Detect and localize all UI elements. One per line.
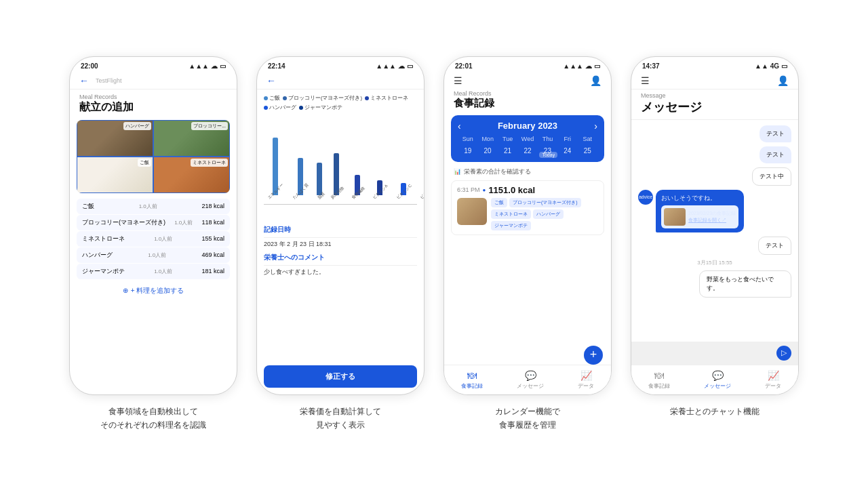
nav-item-data-4[interactable]: 📈 データ xyxy=(765,370,781,390)
message-item: テスト xyxy=(760,125,791,142)
bar-group: ビタミンD xyxy=(416,187,424,203)
item-kcal: 469 kcal xyxy=(201,251,224,258)
status-icons-3: ▲▲▲ ☁ ▭ xyxy=(563,62,600,70)
food-tag: ブロッコリー(マヨネーズ付き) xyxy=(509,198,581,207)
s1-header: Meal Records 献立の追加 xyxy=(70,89,237,117)
legend-item: ジャーマンポテ xyxy=(299,104,342,111)
cal-day[interactable]: 21 xyxy=(498,145,517,157)
item-kcal: 155 kcal xyxy=(201,235,224,242)
date-divider: 3月15日 15:55 xyxy=(638,259,791,266)
cal-day[interactable]: 25 xyxy=(578,145,597,157)
next-month-button[interactable]: › xyxy=(594,121,597,131)
nav-item-meal-4[interactable]: 🍽 食事記録 xyxy=(648,370,670,390)
food-label-broccoli: ブロッコリー... xyxy=(191,122,228,130)
user-icon-4[interactable]: 👤 xyxy=(777,75,789,86)
nutritionist-label: 栄養士へのコメント xyxy=(264,253,417,266)
message-input-area: ▷ xyxy=(631,342,798,365)
day-header: Mon xyxy=(477,136,497,142)
cal-day[interactable]: 20 xyxy=(477,145,497,157)
entry-header: 6:31 PM ● 1151.0 kcal xyxy=(457,185,598,195)
s3-header: Meal Records 食事記録 xyxy=(444,89,611,113)
phone-wrapper-4: 14:37 ▲▲ 4G ▭ ☰ 👤 Message メッセージ テスト xyxy=(631,56,799,418)
nav-item-message[interactable]: 💬 メッセージ xyxy=(517,370,544,390)
battery-icon: ▭ xyxy=(220,62,226,70)
legend-item: ブロッコリー(マヨネーズ付き) xyxy=(283,95,362,102)
nav-item-label: メッセージ xyxy=(517,382,544,390)
s4-header: Message メッセージ xyxy=(631,89,798,120)
user-icon[interactable]: 👤 xyxy=(590,75,601,86)
menu-icon-4[interactable]: ☰ xyxy=(641,75,650,86)
wifi-icon: ☁ xyxy=(211,62,218,70)
calendar: ‹ February 2023 › Sun Mon Tue Wed Thu Fr… xyxy=(451,115,604,162)
item-kcal: 218 kcal xyxy=(201,203,224,209)
s1-nav: ← TestFlight xyxy=(70,73,237,89)
cal-day[interactable]: 24 xyxy=(557,145,577,157)
message-nav-icon-4: 💬 xyxy=(712,370,724,381)
legend-dot xyxy=(264,106,268,110)
nav-label-1: TestFlight xyxy=(96,77,122,84)
section-label-4: Message xyxy=(641,92,789,99)
list-item: ハンバーグ 1.0人前 469 kcal xyxy=(77,247,230,263)
add-dish-button[interactable]: ⊕ + 料理を追加する xyxy=(77,286,230,296)
day-header: Fri xyxy=(557,136,577,142)
message-card[interactable]: 2023/02/23の食事記録 食事記録を開く↗ xyxy=(661,205,738,228)
bullet: ● xyxy=(483,187,486,193)
signal-icon: ▲▲▲ xyxy=(563,62,583,70)
back-button-1[interactable]: ← xyxy=(79,75,89,86)
list-item: ご飯 1.0人前 218 kcal xyxy=(77,199,230,214)
food-image-grid: ハンバーグ ブロッコリー... ご飯 ミネストローネ xyxy=(77,120,230,193)
s2-nav: ← xyxy=(257,73,424,89)
message-item: テスト xyxy=(760,146,791,163)
entry-body: ご飯 ブロッコリー(マヨネーズ付き) ミネストローネ ハンバーグ ジャーマンポテ xyxy=(457,198,598,230)
bar-group: 食物繊維 xyxy=(348,175,367,203)
caption-3: カレンダー機能で食事履歴を管理 xyxy=(495,405,560,432)
nav-item-label: 食事記録 xyxy=(461,382,483,390)
page-title-1: 献立の追加 xyxy=(79,100,227,115)
fix-button[interactable]: 修正する xyxy=(264,365,417,388)
item-name: ご飯 xyxy=(82,202,94,211)
day-header: Wed xyxy=(517,136,537,142)
message-item: テスト xyxy=(758,237,791,255)
item-kcal: 118 kcal xyxy=(201,219,224,226)
food-label-minestrone: ミネストローネ xyxy=(191,159,228,167)
food-cell-minestrone: ミネストローネ xyxy=(153,157,230,193)
list-item: ミネストローネ 1.0人前 155 kcal xyxy=(77,231,230,247)
message-item: テスト中 xyxy=(752,167,791,186)
nav-item-message-4[interactable]: 💬 メッセージ xyxy=(704,370,731,390)
time-3: 22:01 xyxy=(455,62,473,70)
nav-item-label: メッセージ xyxy=(704,382,731,390)
message-text: おいしそうですね。 xyxy=(661,194,738,203)
item-name: ブロッコリー(マヨネーズ付き) xyxy=(82,218,165,227)
food-tag: ミネストローネ xyxy=(491,209,531,219)
status-icons-2: ▲▲▲ ☁ ▭ xyxy=(376,62,413,70)
food-list: ご飯 1.0人前 218 kcal ブロッコリー(マヨネーズ付き) 1.0人前 … xyxy=(70,196,237,282)
menu-icon[interactable]: ☰ xyxy=(454,75,462,86)
chart-bar xyxy=(317,163,322,195)
card-label: 2023/02/23の食事記録 xyxy=(688,210,736,217)
card-link[interactable]: 食事記録を開く↗ xyxy=(688,217,736,224)
list-item: ブロッコリー(マヨネーズ付き) 1.0人前 118 kcal xyxy=(77,215,230,230)
calendar-header: ‹ February 2023 › xyxy=(458,121,597,131)
message-input[interactable] xyxy=(638,349,771,357)
day-header: Thu xyxy=(538,136,557,142)
cal-day-today[interactable]: 23 Today xyxy=(538,145,557,157)
cal-day[interactable]: 19 xyxy=(458,145,477,157)
bar-group: エネルギー xyxy=(264,138,287,203)
bar-group: ビタミンC xyxy=(393,183,414,203)
status-bar-2: 22:14 ▲▲▲ ☁ ▭ xyxy=(257,57,424,73)
cal-day[interactable]: 22 xyxy=(517,145,537,157)
nav-item-data[interactable]: 📈 データ xyxy=(578,370,594,390)
list-item: ジャーマンポテ 1.0人前 181 kcal xyxy=(77,264,230,279)
status-icons-4: ▲▲ 4G ▭ xyxy=(755,62,787,70)
s3-nav: ☰ 👤 xyxy=(444,73,611,89)
send-button[interactable]: ▷ xyxy=(776,346,791,361)
signal-icon: ▲▲ 4G xyxy=(755,62,779,70)
back-button-2[interactable]: ← xyxy=(267,75,276,86)
message-item: 野菜をもっと食べたいです。 xyxy=(699,270,791,298)
legend-dot xyxy=(365,96,369,100)
nav-item-meal[interactable]: 🍽 食事記録 xyxy=(461,370,483,390)
fab-button[interactable]: + xyxy=(584,346,603,365)
legend-item: ご飯 xyxy=(264,95,280,102)
prev-month-button[interactable]: ‹ xyxy=(458,121,461,131)
record-date-value: 2023 年 2 月 23 日 18:31 xyxy=(264,240,417,249)
